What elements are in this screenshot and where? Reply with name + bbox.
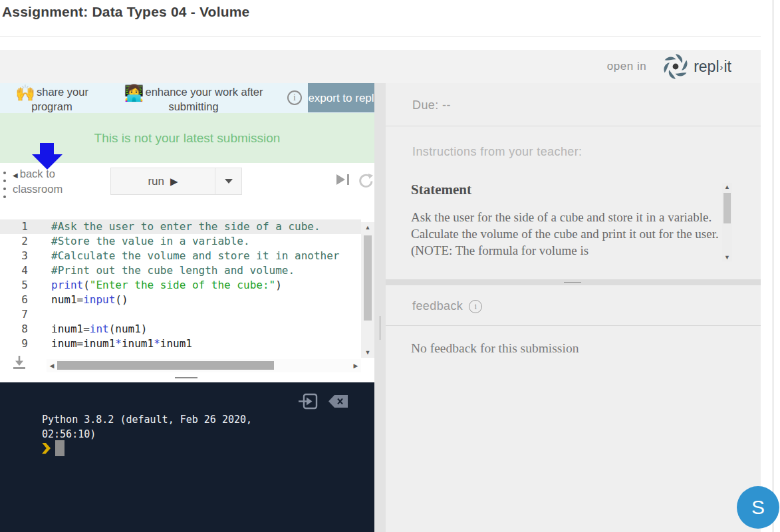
assignment-panel: Due: -- Instructions from your teacher: … xyxy=(386,83,761,532)
line-number: 7 xyxy=(0,307,47,322)
run-options-dropdown[interactable] xyxy=(215,168,242,195)
feedback-header: feedback i xyxy=(412,299,482,313)
code-line: 8inum1=int(num1) xyxy=(0,322,361,336)
header-divider xyxy=(0,36,761,37)
scroll-up-icon[interactable]: ▲ xyxy=(361,224,374,231)
refresh-icon[interactable] xyxy=(358,172,374,192)
code-line: 2#Store the value in a variable. xyxy=(0,234,361,249)
line-number: 8 xyxy=(0,322,47,336)
step-forward-icon[interactable] xyxy=(336,174,353,188)
replit-logo-icon xyxy=(662,53,689,80)
console-output-line: 02:56:10) xyxy=(42,427,252,442)
run-button[interactable]: run▶ xyxy=(110,168,215,195)
app-root: Assignment: Data Types 04 - Volume open … xyxy=(0,0,780,532)
open-in-repl-link[interactable]: open in repl›it xyxy=(0,50,761,83)
instructions-scroll-thumb[interactable] xyxy=(723,193,731,223)
scroll-right-icon[interactable]: ▶ xyxy=(352,362,360,369)
share-program-link[interactable]: 🙌share your program xyxy=(7,85,97,113)
line-number: 6 xyxy=(0,293,47,307)
code-line: 5print("Enter the side of the cube:") xyxy=(0,278,361,293)
line-number: 1 xyxy=(0,219,47,234)
line-number: 9 xyxy=(0,336,47,348)
chevron-left-icon: ◀ xyxy=(13,172,18,179)
divider-resize-handle[interactable] xyxy=(564,282,581,283)
console-output-line: Python 3.8.2 (default, Feb 26 2020, xyxy=(42,412,252,427)
instructions-heading: Instructions from your teacher: xyxy=(412,145,583,159)
console-panel[interactable]: Python 3.8.2 (default, Feb 26 2020,02:56… xyxy=(0,382,374,532)
console-enter-input-icon[interactable] xyxy=(298,392,319,413)
scroll-left-icon[interactable]: ◀ xyxy=(48,362,56,369)
replit-brand-text: repl›it xyxy=(694,58,731,76)
editor-vscroll-thumb[interactable] xyxy=(364,235,372,321)
line-number: 4 xyxy=(0,263,47,278)
caret-down-icon xyxy=(225,179,233,184)
code-line: 3#Calculate the volume and store it in a… xyxy=(0,249,361,263)
page-scrollbar-gutter[interactable] xyxy=(761,0,780,532)
export-to-repl-button[interactable]: export to repl xyxy=(308,83,374,112)
code-line: 1#Ask the user to enter the side of a cu… xyxy=(0,219,361,234)
feedback-empty-message: No feedback for this submission xyxy=(411,341,579,356)
download-code-icon[interactable] xyxy=(11,354,28,373)
code-line: 9inum=inum1*inum1*inum1 xyxy=(0,336,361,348)
back-to-classroom-link[interactable]: ◀back to classroom xyxy=(13,167,86,196)
console-prompt-row[interactable] xyxy=(42,440,65,456)
statement-title: Statement xyxy=(411,182,471,198)
scroll-up-icon[interactable]: ▲ xyxy=(722,184,732,190)
due-date-label: Due: -- xyxy=(412,98,451,112)
user-avatar[interactable]: S xyxy=(737,486,779,529)
code-line: 6num1=input() xyxy=(0,293,361,307)
code-line: 7 xyxy=(0,307,361,322)
editor-hscroll-thumb[interactable] xyxy=(57,361,274,370)
submission-toolbar: 🙌share your program 👩‍💻enhance your work… xyxy=(0,83,374,113)
line-number: 2 xyxy=(0,234,47,249)
share-program-label: share your program xyxy=(31,86,88,112)
annotation-arrow-down-icon xyxy=(32,143,63,170)
line-number: 3 xyxy=(0,249,47,263)
code-line: 4#Print out the cube length and volume. xyxy=(0,263,361,278)
editor-console-resize-handle[interactable] xyxy=(175,377,197,378)
prompt-chevron-icon xyxy=(42,443,51,454)
editor-horizontal-scrollbar[interactable]: ◀ ▶ xyxy=(47,359,361,372)
info-icon[interactable]: i xyxy=(469,300,482,313)
editor-vertical-scrollbar[interactable]: ▲ ▼ xyxy=(361,222,374,358)
section-divider xyxy=(386,126,761,126)
enhance-work-label: enhance your work after submitting xyxy=(145,86,263,112)
left-panel: 🙌share your program 👩‍💻enhance your work… xyxy=(0,83,374,532)
instructions-feedback-divider xyxy=(386,279,761,285)
play-icon: ▶ xyxy=(170,176,178,187)
section-divider xyxy=(386,325,761,326)
scroll-down-icon[interactable]: ▼ xyxy=(361,349,374,356)
feedback-label: feedback xyxy=(412,299,463,313)
panel-divider xyxy=(374,83,386,532)
instructions-scrollbar[interactable]: ▲ ▼ xyxy=(722,183,732,261)
technologist-emoji-icon: 👩‍💻 xyxy=(124,84,144,102)
code-editor[interactable]: 1#Ask the user to enter the side of a cu… xyxy=(0,219,361,348)
scroll-down-icon[interactable]: ▼ xyxy=(722,254,732,261)
drag-handle-dots[interactable] xyxy=(3,172,6,198)
info-icon[interactable]: i xyxy=(287,90,302,105)
console-backspace-icon[interactable] xyxy=(328,394,348,411)
console-cursor xyxy=(55,440,65,456)
statement-body: Ask the user for the side of a cube and … xyxy=(411,209,722,259)
raised-hands-emoji-icon: 🙌 xyxy=(15,84,35,102)
enhance-work-note: 👩‍💻enhance your work after submitting xyxy=(109,85,278,113)
console-output: Python 3.8.2 (default, Feb 26 2020,02:56… xyxy=(42,412,252,442)
line-number: 5 xyxy=(0,278,47,293)
open-in-label: open in xyxy=(607,60,646,73)
panel-resize-handle[interactable] xyxy=(380,316,380,340)
page-title: Assignment: Data Types 04 - Volume xyxy=(2,4,249,20)
